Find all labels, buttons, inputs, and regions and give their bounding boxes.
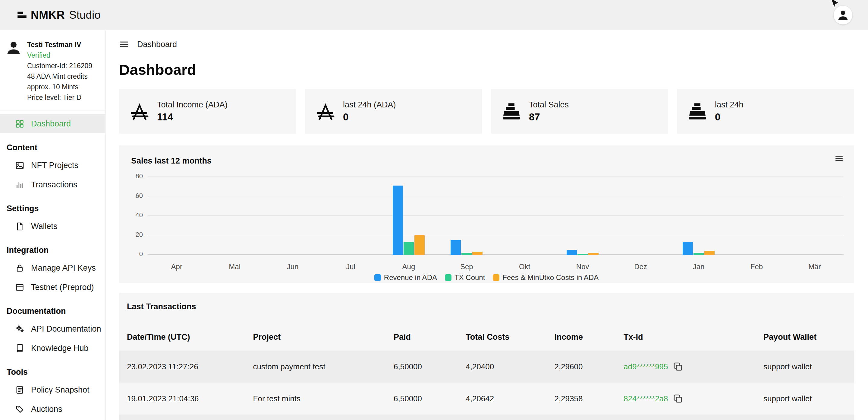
chart-bar [693,253,704,255]
chart-plot: 020406080 [131,177,844,255]
legend-item: TX Count [445,273,485,282]
sales-chart-card: Sales last 12 months 020406080 AprMaiJun… [119,145,854,283]
stat-card-total-income: Total Income (ADA) 114 [119,89,296,134]
stat-card-last-24h-ada: last 24h (ADA) 0 [305,89,482,134]
cell-paid: 6,50000 [394,394,466,403]
x-axis-label: Apr [148,262,206,271]
x-axis: AprMaiJunJulAugSepOktNovDezJanFebMär [148,262,844,271]
sidebar-menu: DashboardContentNFT ProjectsTransactions… [0,110,105,420]
chart-bar [588,253,598,255]
menu-toggle-icon[interactable] [119,39,129,50]
top-bar: NMKR Studio [0,0,868,30]
wallets-icon [15,222,24,231]
chart-bar [404,242,414,255]
breadcrumb: Dashboard [119,38,854,51]
col-header-datetime: Date/Time (UTC) [127,333,253,342]
sidebar-item-dashboard[interactable]: Dashboard [0,114,105,133]
bar-group-nov [554,177,612,255]
page-title: Dashboard [119,61,854,78]
chart-menu-icon[interactable] [835,154,844,163]
legend-label: Fees & MinUtxo Costs in ADA [502,273,598,282]
cell-income: 2,29358 [554,394,624,403]
sidebar-item-api-documentation[interactable]: API Documentation [0,319,105,339]
stat-value: 0 [715,111,744,123]
chart-bar [578,254,588,255]
chart-bar [683,242,693,255]
sidebar-item-nft-projects[interactable]: NFT Projects [0,156,105,175]
table-row-partial [119,415,854,420]
table-header-row: Date/Time (UTC) Project Paid Total Costs… [119,324,854,351]
sidebar-item-transactions[interactable]: Transactions [0,175,105,194]
bar-group-apr [148,177,206,255]
sidebar-item-label: Auctions [31,404,62,414]
nmkr-logo-icon [18,11,27,19]
copy-icon[interactable] [673,394,683,403]
legend-swatch [493,274,499,281]
sidebar-item-knowledge-hub[interactable]: Knowledge Hub [0,339,105,358]
policy-snapshot-icon [15,385,24,395]
chart-bar [414,235,425,255]
brand-suffix: Studio [69,9,101,22]
transactions-title: Last Transactions [119,293,854,311]
transactions-icon [15,180,24,190]
sidebar-item-label: Manage API Keys [31,263,96,273]
user-name: Testi Testman IV [27,39,92,50]
sidebar-item-auctions[interactable]: Auctions [0,399,105,419]
user-verified-status: Verified [27,50,92,61]
sidebar-item-label: API Documentation [31,324,101,334]
ada-icon [316,102,335,120]
y-axis-tick: 0 [139,250,143,258]
bar-group-sep [438,177,495,255]
cell-project: For test mints [253,394,394,403]
stat-label: Total Sales [529,100,569,110]
price-level: Price level: Tier D [27,92,92,103]
x-axis-label: Sep [438,262,495,271]
sidebar-item-label: Policy Snapshot [31,385,90,395]
chart-bar [704,251,715,255]
stat-label: last 24h [715,100,744,110]
cash-register-icon [502,102,521,120]
breadcrumb-label: Dashboard [137,40,177,49]
sidebar: Testi Testman IV Verified Customer-Id: 2… [0,30,105,420]
brand-logo[interactable]: NMKR Studio [18,9,101,22]
copy-icon[interactable] [673,362,683,371]
x-axis-label: Okt [496,262,554,271]
brand-name: NMKR [31,9,65,22]
col-header-txid: Tx-Id [624,333,764,342]
main-content: Dashboard Dashboard Total Income (ADA) 1… [106,30,868,420]
col-header-income: Income [554,333,624,342]
sidebar-item-partial[interactable] [0,419,105,420]
sidebar-item-label: Wallets [31,222,58,231]
bar-group-mai [206,177,264,255]
x-axis-label: Nov [554,262,612,271]
cell-payout-wallet: support wallet [764,394,848,403]
sidebar-item-label: Transactions [31,180,78,190]
txid-link[interactable]: ad9******995 [624,362,668,371]
chart-bar [461,253,472,255]
api-keys-icon [15,263,24,273]
y-axis-tick: 60 [135,192,143,200]
mint-credits: 48 ADA Mint credits [27,71,92,82]
chart-bar [472,252,483,255]
txid-link[interactable]: 824******2a8 [624,394,668,403]
sidebar-item-wallets[interactable]: Wallets [0,217,105,236]
table-row: 23.02.2023 11:27:26 custom payment test … [119,351,854,383]
cell-datetime: 23.02.2023 11:27:26 [127,362,253,371]
testnet-icon [15,283,24,292]
y-axis: 020406080 [131,177,148,255]
x-axis-label: Jan [670,262,727,271]
user-info: Testi Testman IV Verified Customer-Id: 2… [27,39,92,103]
sidebar-item-manage-api-keys[interactable]: Manage API Keys [0,258,105,278]
cell-txid: 824******2a8 [624,394,764,403]
sidebar-item-testnet-preprod[interactable]: Testnet (Preprod) [0,278,105,297]
bar-group-jan [670,177,727,255]
x-axis-label: Jul [321,262,379,271]
sidebar-item-label: Knowledge Hub [31,344,89,353]
bar-groups [148,177,844,255]
chart-bar [567,250,577,255]
stat-value: 114 [157,111,227,123]
x-axis-label: Feb [727,262,785,271]
col-header-payout-wallet: Payout Wallet [764,333,848,342]
sidebar-section-tools: Tools [0,358,105,380]
sidebar-item-policy-snapshot[interactable]: Policy Snapshot [0,380,105,399]
